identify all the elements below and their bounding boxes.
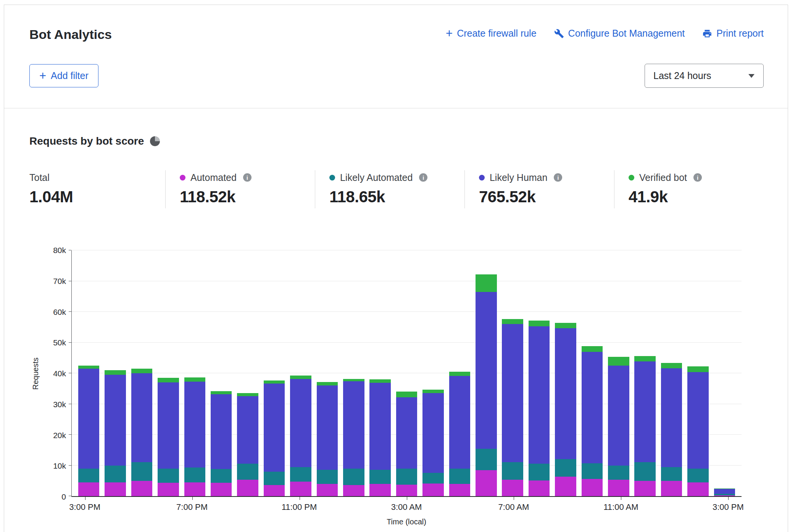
- bar-segment: [476, 470, 497, 496]
- bar-segment: [290, 376, 311, 379]
- bar-slot: [632, 250, 658, 496]
- stacked-bar-17[interactable]: [529, 250, 550, 496]
- bar-segment: [211, 469, 232, 482]
- stacked-bar-23[interactable]: [687, 250, 709, 496]
- bar-segment: [237, 393, 258, 396]
- bar-segment: [78, 469, 100, 482]
- x-tick-label: 11:00 AM: [603, 502, 638, 512]
- create-firewall-rule-link[interactable]: + Create firewall rule: [446, 28, 537, 39]
- info-icon[interactable]: i: [554, 173, 562, 182]
- y-tick-mark: [69, 250, 71, 250]
- stat-likely-human: Likely Human i 765.52k: [464, 170, 614, 208]
- automated-value: 118.52k: [180, 188, 315, 206]
- stacked-bar-19[interactable]: [582, 250, 603, 496]
- stacked-bar-1[interactable]: [105, 250, 126, 496]
- stacked-bar-6[interactable]: [237, 250, 258, 496]
- stacked-bar-13[interactable]: [422, 250, 444, 496]
- bar-segment: [211, 391, 232, 394]
- stacked-bar-11[interactable]: [369, 250, 391, 496]
- stacked-bar-8[interactable]: [290, 250, 311, 496]
- bar-segment: [237, 464, 258, 479]
- bar-segment: [608, 366, 629, 466]
- bar-slot: [287, 250, 314, 496]
- add-filter-button[interactable]: + Add filter: [29, 64, 98, 87]
- stacked-bar-4[interactable]: [184, 250, 206, 496]
- x-tick-label: 3:00 PM: [713, 502, 744, 512]
- stacked-bar-3[interactable]: [158, 250, 179, 496]
- bar-segment: [661, 363, 682, 368]
- bar-slot: [711, 250, 738, 496]
- likely-human-dot: [479, 175, 485, 181]
- bar-segment: [396, 392, 418, 397]
- automated-label: Automated: [190, 172, 237, 183]
- stacked-bar-10[interactable]: [343, 250, 364, 496]
- bar-segment: [184, 482, 206, 496]
- stacked-bar-14[interactable]: [449, 250, 471, 496]
- y-tick-label: 40k: [53, 369, 66, 378]
- stacked-bar-7[interactable]: [264, 250, 285, 496]
- create-firewall-rule-label: Create firewall rule: [457, 28, 536, 39]
- stacked-bar-15[interactable]: [476, 250, 497, 496]
- x-tick-label: 3:00 AM: [391, 502, 422, 512]
- bar-segment: [555, 477, 576, 496]
- configure-bot-management-link[interactable]: Configure Bot Management: [554, 28, 685, 39]
- bar-slot: [526, 250, 552, 496]
- header-controls: + Add filter Last 24 hours: [29, 64, 764, 88]
- bar-segment: [582, 346, 603, 351]
- stacked-bar-18[interactable]: [555, 250, 576, 496]
- requests-chart: Requests 010k20k30k40k50k60k70k80k 3:00 …: [29, 245, 764, 532]
- bar-segment: [449, 484, 471, 496]
- bar-segment: [634, 462, 656, 480]
- y-tick-mark: [69, 373, 71, 373]
- stacked-bar-9[interactable]: [317, 250, 338, 496]
- bar-slot: [76, 250, 102, 496]
- stacked-bar-20[interactable]: [608, 250, 629, 496]
- bar-segment: [687, 482, 709, 496]
- stat-label-row: Automated i: [180, 172, 315, 183]
- stacked-bar-0[interactable]: [78, 250, 100, 496]
- stacked-bar-12[interactable]: [396, 250, 418, 496]
- stacked-bar-21[interactable]: [634, 250, 656, 496]
- bar-segment: [529, 321, 550, 326]
- stacked-bar-16[interactable]: [502, 250, 523, 496]
- likely-human-value: 765.52k: [479, 188, 614, 206]
- printer-icon: [702, 29, 712, 39]
- header-top: Bot Analytics + Create firewall rule Con…: [29, 26, 764, 42]
- bar-segment: [529, 480, 550, 496]
- bar-segment: [158, 378, 179, 382]
- bar-segment: [317, 382, 338, 386]
- bar-segment: [608, 357, 629, 366]
- bar-segment: [317, 470, 338, 484]
- print-report-label: Print report: [716, 28, 764, 39]
- stat-label-row: Likely Human i: [479, 172, 614, 183]
- stacked-bar-22[interactable]: [661, 250, 682, 496]
- bar-slot: [367, 250, 393, 496]
- stacked-bar-24[interactable]: [714, 250, 735, 496]
- bar-segment: [687, 372, 709, 469]
- bar-slot: [500, 250, 526, 496]
- bar-segment: [529, 464, 550, 480]
- info-icon[interactable]: i: [243, 173, 252, 182]
- y-axis-ticks: 010k20k30k40k50k60k70k80k: [29, 250, 66, 497]
- bar-segment: [422, 393, 444, 472]
- info-icon[interactable]: i: [419, 173, 427, 182]
- x-tick-mark: [300, 497, 300, 500]
- time-range-select[interactable]: Last 24 hours: [645, 64, 764, 88]
- bar-segment: [264, 380, 285, 384]
- print-report-link[interactable]: Print report: [702, 28, 764, 39]
- bar-segment: [264, 384, 285, 472]
- bar-segment: [555, 323, 576, 328]
- bar-segment: [290, 482, 311, 496]
- stacked-bar-5[interactable]: [211, 250, 232, 496]
- y-tick-label: 0: [61, 492, 66, 501]
- bar-slot: [208, 250, 234, 496]
- pie-chart-icon: [150, 136, 160, 146]
- header-actions: + Create firewall rule Configure Bot Man…: [446, 28, 764, 39]
- bar-segment: [555, 328, 576, 459]
- bar-segment: [582, 463, 603, 479]
- info-icon[interactable]: i: [693, 173, 702, 182]
- stacked-bar-2[interactable]: [131, 250, 153, 496]
- total-label: Total: [29, 172, 165, 183]
- bar-segment: [105, 482, 126, 496]
- bar-slot: [579, 250, 605, 496]
